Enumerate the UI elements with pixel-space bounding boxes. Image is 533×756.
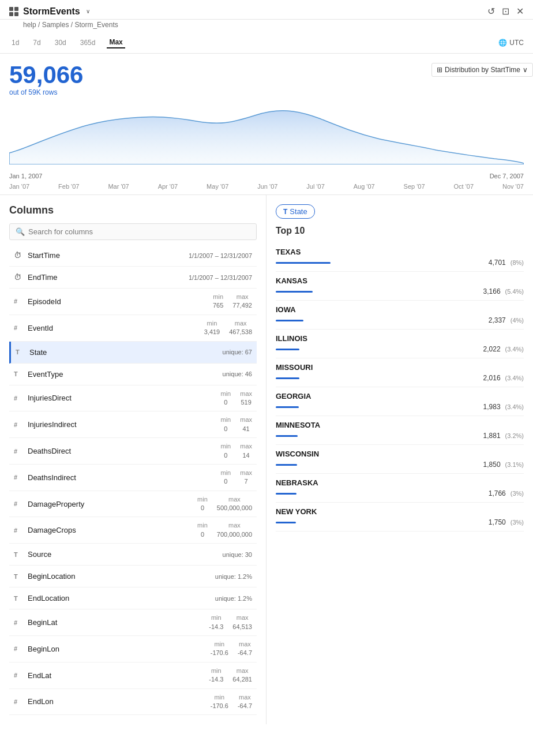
search-box[interactable]: 🔍 (9, 223, 257, 240)
col-type-icon: ⏱ (14, 251, 24, 260)
state-pct: (3.1%) (505, 461, 524, 468)
column-row[interactable]: T BeginLocation unique: 1.2% (9, 566, 257, 587)
col-type-icon: T (16, 349, 26, 355)
timezone-label: UTC (509, 39, 524, 47)
state-count: 1,881 (483, 432, 501, 440)
column-row[interactable]: # EpisodeId min 765 max 77,492 (9, 289, 257, 315)
state-count: 1,766 (489, 489, 506, 497)
col-meta: unique: 30 (223, 551, 252, 558)
state-name: NEBRASKA (276, 478, 524, 487)
details-panel: T State Top 10 TEXAS 4,701 (8%) KANSAS 3… (266, 195, 533, 724)
column-row[interactable]: # DamageProperty min 0 max 500,000,000 (9, 491, 257, 518)
column-row[interactable]: # DeathsDirect min 0 max 14 (9, 438, 257, 465)
col-name: State (29, 348, 223, 357)
column-row[interactable]: # EndLon min -170.6 max -64.7 (9, 689, 257, 716)
time-max[interactable]: Max (107, 37, 125, 48)
col-name: BeginLon (28, 645, 211, 653)
state-name: GEORGIA (276, 392, 524, 401)
refresh-icon[interactable]: ↺ (487, 6, 495, 17)
column-row[interactable]: T EventType unique: 46 (9, 364, 257, 386)
layout-icon[interactable]: ⊡ (502, 6, 509, 17)
column-row[interactable]: T State unique: 67 (9, 342, 257, 364)
col-type-icon: # (14, 645, 24, 652)
header-left: StormEvents ∨ (9, 6, 90, 17)
column-row[interactable]: # EventId min 3,419 max 467,538 (9, 315, 257, 342)
col-name: InjuriesIndirect (28, 420, 220, 429)
month-sep: Sep '07 (404, 183, 425, 190)
state-bar (276, 435, 298, 437)
column-row[interactable]: # InjuriesIndirect min 0 max 41 (9, 411, 257, 438)
col-name: BeginLocation (28, 572, 215, 581)
state-pct: (3.4%) (505, 375, 524, 381)
state-name: TEXAS (276, 248, 524, 256)
column-row[interactable]: T Source unique: 30 (9, 544, 257, 566)
col-type-icon: T (14, 370, 24, 377)
state-name: ILLINOIS (276, 334, 524, 343)
globe-icon: 🌐 (498, 39, 507, 47)
col-name: EventType (28, 370, 223, 379)
column-row[interactable]: # DeathsIndirect min 0 max 7 (9, 465, 257, 491)
state-bar (276, 522, 296, 523)
column-row[interactable]: # EndLat min -14.3 max 64,281 (9, 663, 257, 689)
state-name: MISSOURI (276, 363, 524, 372)
month-apr: Apr '07 (158, 183, 178, 190)
date-end: Dec 7, 2007 (490, 173, 524, 179)
columns-panel: Columns 🔍 ⏱ StartTime 1/1/2007 – 12/31/2… (0, 195, 266, 724)
state-pct: (3%) (511, 519, 524, 526)
state-count: 2,022 (483, 345, 501, 353)
dist-label: Distribution by StartTime (445, 66, 520, 74)
state-tag[interactable]: T State (276, 204, 315, 219)
col-meta-minmax: min 0 max 519 (220, 390, 252, 407)
state-bar-row: 2,022 (3.4%) (276, 345, 524, 353)
search-icon: 🔍 (16, 227, 25, 236)
column-row[interactable]: # DamageCrops min 0 max 700,000,000 (9, 517, 257, 544)
search-input[interactable] (28, 227, 250, 236)
month-nov: Nov '07 (502, 183, 524, 190)
col-meta-minmax: min -170.6 max -64.7 (211, 640, 252, 658)
state-bar-row: 2,016 (3.4%) (276, 374, 524, 382)
time-30d[interactable]: 30d (52, 38, 69, 48)
col-name: InjuriesDirect (28, 394, 220, 402)
state-bar-row: 4,701 (8%) (276, 259, 524, 267)
state-item: GEORGIA 1,983 (3.4%) (276, 387, 524, 416)
column-row[interactable]: # BeginLat min -14.3 max 64,513 (9, 609, 257, 636)
time-365d[interactable]: 365d (78, 38, 98, 48)
column-row[interactable]: T EndLocation unique: 1.2% (9, 587, 257, 609)
chevron-down-icon[interactable]: ∨ (86, 8, 90, 14)
column-row[interactable]: ⏱ StartTime 1/1/2007 – 12/31/2007 (9, 245, 257, 267)
month-mar: Mar '07 (108, 183, 129, 190)
col-name: Source (28, 550, 223, 559)
col-meta: unique: 1.2% (215, 573, 252, 580)
col-type-icon: T (14, 551, 24, 558)
time-1d[interactable]: 1d (9, 38, 21, 48)
col-type-icon: # (14, 527, 24, 534)
state-name: WISCONSIN (276, 450, 524, 458)
top10-title: Top 10 (276, 226, 524, 236)
col-type-icon: # (14, 421, 24, 428)
app-title[interactable]: StormEvents (23, 6, 80, 17)
column-row[interactable]: # InjuriesDirect min 0 max 519 (9, 386, 257, 412)
grid-icon (9, 7, 18, 16)
time-7d[interactable]: 7d (31, 38, 43, 48)
state-pct: (8%) (511, 259, 524, 266)
col-meta-minmax: min 0 max 41 (220, 416, 252, 433)
dist-icon: ⊞ (437, 66, 442, 74)
col-name: EndLon (28, 697, 211, 706)
column-row[interactable]: ⏱ EndTime 1/1/2007 – 12/31/2007 (9, 267, 257, 289)
state-count: 1,850 (483, 461, 501, 469)
header-right: ↺ ⊡ ✕ (487, 6, 524, 17)
close-icon[interactable]: ✕ (516, 6, 524, 17)
state-count: 1,750 (489, 518, 506, 526)
state-bar-row: 1,750 (3%) (276, 518, 524, 526)
state-bar-row: 1,850 (3.1%) (276, 461, 524, 469)
tag-type-icon: T (283, 208, 287, 216)
state-item: IOWA 2,337 (4%) (276, 301, 524, 330)
col-meta-minmax: min 0 max 7 (220, 469, 252, 486)
state-count: 2,337 (489, 316, 506, 324)
col-name: DeathsIndirect (28, 473, 220, 482)
state-item: TEXAS 4,701 (8%) (276, 243, 524, 272)
state-bar (276, 464, 297, 466)
state-name: NEW YORK (276, 507, 524, 516)
column-row[interactable]: # BeginLon min -170.6 max -64.7 (9, 636, 257, 663)
distribution-button[interactable]: ⊞ Distribution by StartTime ∨ (431, 63, 533, 77)
